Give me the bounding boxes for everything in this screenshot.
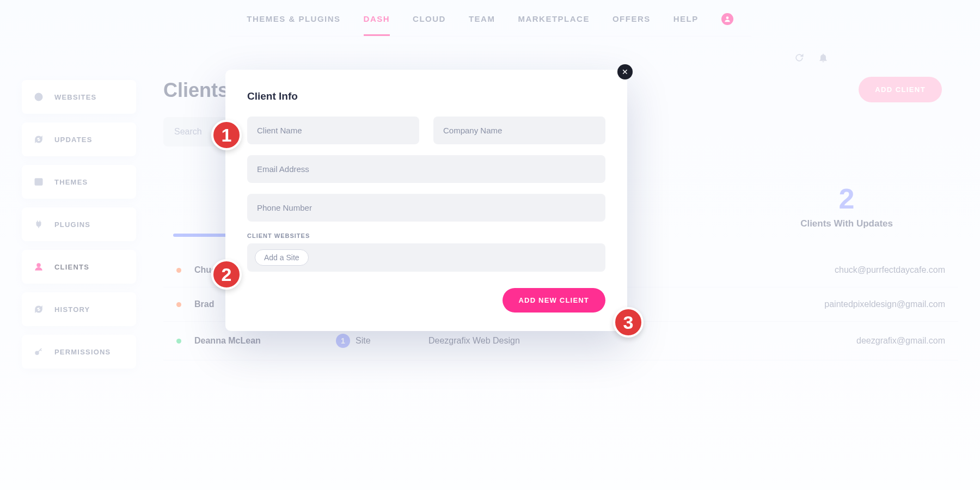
stat-number: 2 (800, 182, 893, 215)
window-icon (34, 177, 44, 187)
bell-icon[interactable] (818, 52, 829, 65)
client-email: deezgrafix@gmail.com (614, 336, 945, 346)
plug-icon (34, 219, 44, 229)
annotation-1: 1 (211, 120, 242, 150)
top-nav: THEMES & PLUGINS DASH CLOUD TEAM MARKETP… (229, 0, 751, 36)
sites-count-badge: 1 (336, 334, 350, 348)
user-avatar-icon[interactable] (721, 13, 733, 25)
svg-point-3 (37, 264, 40, 267)
client-name: Deanna McLean (194, 336, 336, 346)
refresh-icon (34, 304, 44, 314)
user-icon (34, 262, 44, 272)
stat-label: Clients With Updates (800, 218, 893, 229)
client-websites-label: CLIENT WEBSITES (247, 232, 605, 239)
sidebar-item-label: PLUGINS (54, 220, 90, 229)
nav-team[interactable]: TEAM (469, 14, 495, 36)
sidebar-item-label: WEBSITES (54, 93, 97, 101)
refresh-icon (34, 134, 44, 144)
svg-point-4 (35, 351, 39, 354)
client-company: Deezgrafix Web Design (428, 336, 614, 346)
sidebar-item-updates[interactable]: UPDATES (22, 122, 136, 156)
sidebar-item-label: PERMISSIONS (54, 348, 111, 356)
phone-field[interactable] (247, 194, 605, 222)
client-email: chuck@purrfectdaycafe.com (614, 265, 945, 275)
add-site-row: Add a Site (247, 243, 605, 272)
sites-label: Site (356, 336, 371, 346)
refresh-icon[interactable] (794, 52, 805, 65)
annotation-3: 3 (613, 307, 644, 338)
key-icon (34, 347, 44, 357)
header-icons (794, 52, 829, 65)
client-info-modal: ✕ Client Info CLIENT WEBSITES Add a Site… (225, 70, 627, 331)
client-sites: 1 Site (336, 334, 428, 348)
sidebar-item-themes[interactable]: THEMES (22, 165, 136, 199)
status-dot (176, 302, 181, 307)
add-new-client-button[interactable]: ADD NEW CLIENT (503, 288, 605, 313)
nav-marketplace[interactable]: MARKETPLACE (518, 14, 590, 36)
nav-offers[interactable]: OFFERS (612, 14, 651, 36)
sidebar-item-plugins[interactable]: PLUGINS (22, 207, 136, 241)
nav-cloud[interactable]: CLOUD (413, 14, 446, 36)
email-field[interactable] (247, 155, 605, 183)
globe-icon (34, 92, 44, 102)
client-name-field[interactable] (247, 117, 419, 144)
add-client-button[interactable]: ADD CLIENT (859, 77, 942, 102)
nav-dash[interactable]: DASH (364, 14, 390, 36)
sidebar-item-label: THEMES (54, 178, 88, 186)
svg-rect-2 (35, 179, 42, 185)
add-site-button[interactable]: Add a Site (255, 249, 309, 266)
sidebar-item-permissions[interactable]: PERMISSIONS (22, 335, 136, 369)
nav-themes-plugins[interactable]: THEMES & PLUGINS (247, 14, 340, 36)
svg-point-0 (726, 16, 728, 19)
sidebar-item-label: UPDATES (54, 136, 93, 144)
annotation-2: 2 (211, 259, 242, 290)
sidebar-item-clients[interactable]: CLIENTS (22, 250, 136, 284)
close-icon[interactable]: ✕ (617, 64, 633, 79)
nav-help[interactable]: HELP (673, 14, 699, 36)
modal-title: Client Info (247, 90, 605, 102)
status-dot (176, 268, 181, 273)
client-email: paintedpixeldesign@gmail.com (614, 299, 945, 309)
sidebar-item-websites[interactable]: WEBSITES (22, 80, 136, 114)
sidebar: WEBSITES UPDATES THEMES PLUGINS CLIENTS … (22, 80, 136, 369)
status-dot (176, 339, 181, 344)
sidebar-item-history[interactable]: HISTORY (22, 292, 136, 326)
company-name-field[interactable] (433, 117, 605, 144)
sidebar-item-label: CLIENTS (54, 263, 89, 271)
stat-clients-updates: 2 Clients With Updates (800, 182, 893, 229)
sidebar-item-label: HISTORY (54, 305, 90, 314)
